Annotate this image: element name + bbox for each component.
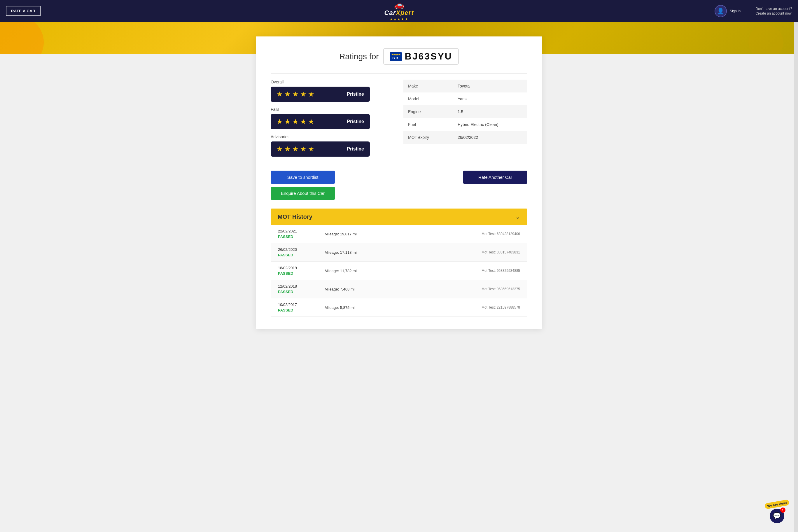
star-1: ★	[277, 90, 283, 98]
fuel-value: Hybrid Electric (Clean)	[453, 118, 527, 131]
site-header: RATE A CAR 🚗 CarXpert ★★★★★ 👤 Sign In Do…	[0, 0, 798, 22]
mot-mileage: Mileage: 7,468 mi	[325, 287, 481, 291]
star-1: ★	[277, 145, 283, 153]
save-shortlist-button[interactable]: Save to shortlist	[271, 171, 335, 184]
mot-test-id: Mot Test: 383157483831	[481, 250, 520, 254]
fails-stars: ★ ★ ★ ★ ★	[277, 117, 315, 126]
star-3: ★	[292, 145, 299, 153]
rate-another-button[interactable]: Rate Another Car	[463, 171, 527, 184]
mot-mileage: Mileage: 17,118 mi	[325, 250, 481, 254]
engine-row: Engine 1.5	[403, 105, 527, 118]
advisories-rating-label: Pristine	[347, 147, 364, 152]
fails-rating-row: Fails ★ ★ ★ ★ ★ Pristine	[271, 107, 395, 129]
mot-item-date-status: 18/02/2019 PASSED	[278, 266, 325, 276]
chat-button[interactable]: 💬 1	[770, 509, 784, 523]
enquire-button[interactable]: Enquire About this Car	[271, 187, 335, 200]
scrollbar[interactable]	[794, 0, 798, 532]
model-label: Model	[403, 93, 453, 105]
mot-status: PASSED	[278, 253, 325, 257]
star-2: ★	[284, 90, 291, 98]
mot-history-list: 22/02/2021 PASSED Mileage: 19,817 mi Mot…	[271, 225, 527, 317]
buttons-row: Save to shortlist Enquire About this Car…	[271, 171, 527, 200]
star-2: ★	[284, 145, 291, 153]
header-center: 🚗 CarXpert ★★★★★	[384, 1, 414, 21]
mot-expiry-value: 26/02/2022	[453, 131, 527, 144]
no-account-link[interactable]: Don't have an account?	[755, 7, 792, 11]
ratings-left: Overall ★ ★ ★ ★ ★ Pristine Fails	[271, 80, 395, 162]
engine-label: Engine	[403, 105, 453, 118]
user-icon[interactable]: 👤	[715, 5, 727, 17]
header-divider	[748, 5, 748, 17]
logo: 🚗 CarXpert ★★★★★	[384, 1, 414, 21]
star-5: ★	[308, 145, 315, 153]
model-row: Model Yaris	[403, 93, 527, 105]
ratings-for-label: Ratings for	[339, 52, 379, 61]
mot-date: 22/02/2021	[278, 229, 325, 233]
mot-date: 10/02/2017	[278, 302, 325, 307]
mot-item: 22/02/2021 PASSED Mileage: 19,817 mi Mot…	[271, 225, 527, 243]
mot-item: 10/02/2017 PASSED Mileage: 5,875 mi Mot …	[271, 298, 527, 317]
mot-item: 26/02/2020 PASSED Mileage: 17,118 mi Mot…	[271, 243, 527, 262]
mot-mileage: Mileage: 11,782 mi	[325, 269, 481, 273]
sign-in-area: 👤 Sign In	[715, 5, 741, 17]
sign-in-label[interactable]: Sign In	[730, 9, 741, 13]
mot-history-header[interactable]: MOT History ⌄	[271, 209, 527, 225]
mot-status: PASSED	[278, 234, 325, 239]
overall-rating-bar: ★ ★ ★ ★ ★ Pristine	[271, 87, 370, 102]
fails-rating-bar: ★ ★ ★ ★ ★ Pristine	[271, 114, 370, 129]
number-plate: ★★★★★ GB BJ63SYU	[383, 48, 459, 65]
mot-test-id: Mot Test: 639428129406	[481, 232, 520, 236]
star-4: ★	[300, 145, 306, 153]
mot-test-id: Mot Test: 958325584885	[481, 269, 520, 273]
mot-status: PASSED	[278, 308, 325, 312]
mot-item-date-status: 12/02/2018 PASSED	[278, 284, 325, 294]
main-card: Ratings for ★★★★★ GB BJ63SYU Overall ★	[256, 36, 542, 329]
plate-flag: ★★★★★ GB	[390, 52, 402, 61]
logo-text: CarXpert	[384, 9, 414, 17]
mot-expiry-row: MOT expiry 26/02/2022	[403, 131, 527, 144]
right-buttons: Rate Another Car	[463, 171, 527, 184]
make-value: Toyota	[453, 80, 527, 93]
chat-badge: 1	[780, 508, 785, 513]
mot-test-id: Mot Test: 968569613375	[481, 287, 520, 291]
main-grid: Overall ★ ★ ★ ★ ★ Pristine Fails	[271, 80, 527, 162]
advisories-stars: ★ ★ ★ ★ ★	[277, 145, 315, 153]
header-right: 👤 Sign In Don't have an account? Create …	[715, 5, 792, 17]
mot-status: PASSED	[278, 290, 325, 294]
details-table: Make Toyota Model Yaris Engine 1.5 Fue	[403, 80, 527, 144]
chevron-down-icon: ⌄	[515, 213, 520, 220]
left-buttons: Save to shortlist Enquire About this Car	[271, 171, 335, 200]
star-5: ★	[308, 90, 315, 98]
mot-date: 18/02/2019	[278, 266, 325, 270]
star-4: ★	[300, 117, 306, 126]
mot-item: 12/02/2018 PASSED Mileage: 7,468 mi Mot …	[271, 280, 527, 298]
advisories-rating-row: Advisories ★ ★ ★ ★ ★ Pristine	[271, 134, 395, 157]
advisories-rating-bar: ★ ★ ★ ★ ★ Pristine	[271, 141, 370, 157]
fails-rating-label: Pristine	[347, 119, 364, 124]
overall-rating-row: Overall ★ ★ ★ ★ ★ Pristine	[271, 80, 395, 102]
create-account-link[interactable]: Create an account now	[755, 12, 792, 16]
mot-mileage: Mileage: 5,875 mi	[325, 305, 481, 310]
mot-status: PASSED	[278, 271, 325, 276]
mot-expiry-label: MOT expiry	[403, 131, 453, 144]
star-4: ★	[300, 90, 306, 98]
plate-text: BJ63SYU	[405, 51, 452, 62]
rate-car-button[interactable]: RATE A CAR	[6, 6, 40, 16]
ratings-title: Ratings for ★★★★★ GB BJ63SYU	[271, 48, 527, 65]
fails-label: Fails	[271, 107, 395, 112]
header-left: RATE A CAR	[6, 6, 40, 16]
mot-date: 12/02/2018	[278, 284, 325, 288]
star-3: ★	[292, 117, 299, 126]
engine-value: 1.5	[453, 105, 527, 118]
model-value: Yaris	[453, 93, 527, 105]
mot-item: 18/02/2019 PASSED Mileage: 11,782 mi Mot…	[271, 262, 527, 280]
fuel-label: Fuel	[403, 118, 453, 131]
fuel-row: Fuel Hybrid Electric (Clean)	[403, 118, 527, 131]
mot-history-section: MOT History ⌄ 22/02/2021 PASSED Mileage:…	[271, 209, 527, 317]
star-5: ★	[308, 117, 315, 126]
star-3: ★	[292, 90, 299, 98]
overall-stars: ★ ★ ★ ★ ★	[277, 90, 315, 98]
chat-label: We Are Here!	[764, 499, 790, 509]
eu-gb: GB	[392, 56, 399, 60]
mot-test-id: Mot Test: 221597888578	[481, 305, 520, 309]
